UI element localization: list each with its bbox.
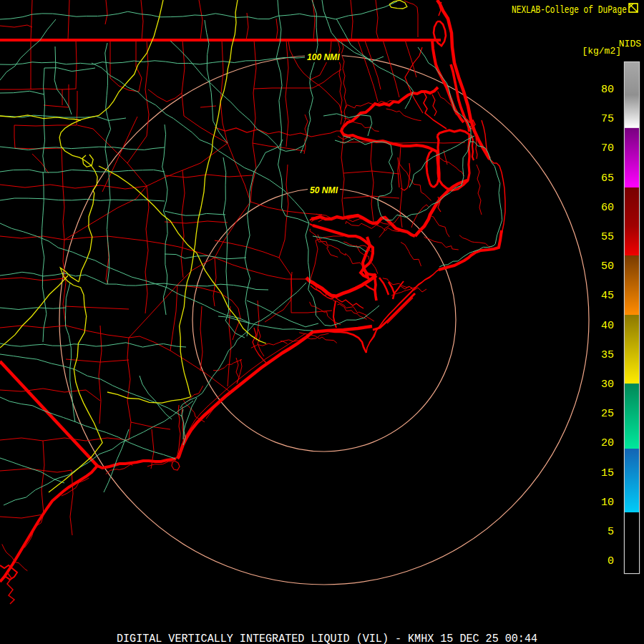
svg-text:50: 50 [601,260,614,273]
svg-text:5: 5 [608,526,614,538]
svg-text:70: 70 [601,142,614,155]
svg-text:30: 30 [601,379,614,391]
svg-text:0: 0 [608,555,614,567]
svg-text:45: 45 [601,290,614,302]
svg-text:65: 65 [601,172,614,185]
svg-text:DIGITAL VERTICALLY INTEGRATED: DIGITAL VERTICALLY INTEGRATED LIQUID (VI… [117,633,537,644]
svg-text:15: 15 [601,467,614,479]
svg-text:20: 20 [601,437,614,449]
svg-text:[kg/m2]: [kg/m2] [582,46,621,57]
svg-text:40: 40 [601,320,614,332]
svg-text:25: 25 [601,408,614,420]
svg-text:NIDS: NIDS [619,39,641,49]
svg-text:10: 10 [601,497,614,509]
svg-text:80: 80 [601,84,614,96]
svg-text:35: 35 [601,349,614,361]
svg-text:50 NMI: 50 NMI [310,185,338,195]
svg-text:55: 55 [601,231,614,243]
svg-text:75: 75 [601,113,614,125]
svg-text:NEXLAB-College of DuPage: NEXLAB-College of DuPage [512,4,627,16]
svg-text:60: 60 [601,202,614,214]
svg-text:100 NMI: 100 NMI [307,52,340,62]
